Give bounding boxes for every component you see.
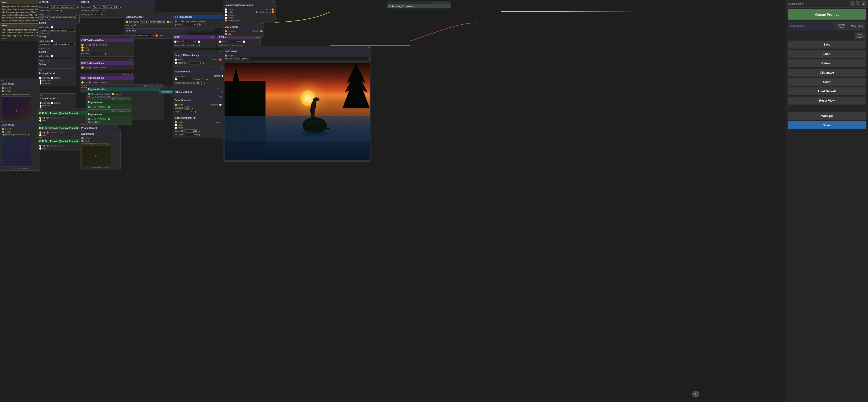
clear-button[interactable]: Clear [787, 78, 866, 86]
svg-point-2 [302, 130, 328, 137]
node-empty-latent: #27 EmptySD3LatentImage width LATENT bat… [173, 50, 223, 66]
node-vae-decode: #8 VAE Decode samples IMAGE vae [223, 22, 264, 37]
add-node-button[interactable]: + [692, 391, 699, 397]
load-image-56b-thumbnail: 🖼 [2, 137, 31, 166]
clipspace-button[interactable]: Clipspace [787, 68, 866, 76]
close-icon-btn[interactable]: ✕ [856, 1, 860, 6]
extra-options-container: Extra options Queue Front View Queue [787, 21, 866, 31]
main-buttons-container: Queue Prompt Extra options Queue Front V… [786, 7, 868, 131]
node-sampler-custom-advanced: #9 SamplerCustomAdvanced noise output gu… [223, 0, 276, 23]
node-save-image: #5 Save Image images filename_prefix Com… [223, 46, 371, 162]
settings-icon-btn[interactable]: ⚙ [850, 1, 855, 6]
node-load-image-57b: #57b Load Image IMAGE MASK clipspace/cli… [80, 129, 121, 170]
node-clip-positive-42: #42 CLIP Text Encode (Positive Prompt) c… [38, 108, 88, 123]
queue-prompt-button[interactable]: Queue Prompt [787, 9, 866, 20]
queue-size-label: Queue size: 0 [788, 2, 804, 5]
load-image-57b-thumbnail: 🖼 [81, 146, 111, 166]
save-image-preview [224, 63, 370, 161]
reset-view-button[interactable]: Reset View [787, 97, 866, 104]
queue-header: Queue size: 0 ⚙ ✕ ▲ [786, 0, 868, 7]
view-queue-button[interactable]: View Queue [850, 22, 865, 30]
load-button[interactable]: Load [787, 50, 866, 58]
manager-button[interactable]: Manager [787, 112, 866, 120]
extra-options-label: Extra options [789, 25, 804, 27]
node-string-49: #49 Easy-Use String value string A photo… [38, 18, 76, 33]
node-prompt-concat-65: #65 PromptConcat prompt1 prompt prompt2 … [38, 68, 76, 86]
save-button[interactable]: Save [787, 40, 866, 49]
node-anything-everywhere: #45 cg-use-everywhere Anything Everywher… [387, 1, 451, 8]
node-47-easy: #47 Easy-Use [38, 13, 76, 17]
node-flux-region-89: #89 FluxRegionAttention Region Mask mask… [87, 109, 132, 125]
svg-point-1 [313, 97, 319, 101]
node-clip-encode-46: #46 CLIPTextEncodeFlux clip CONDITIONING… [80, 35, 134, 57]
right-sidebar: Queue size: 0 ⚙ ✕ ▲ Queue Prompt Extra o… [785, 0, 868, 402]
node-clip-encode-44: #44 CLIPTextEncodeFlux clip CONDITIONING [80, 58, 134, 70]
node-load-image-56b: #56b Load Image IMAGE MASK clipspace/cli… [0, 120, 40, 171]
share-button[interactable]: Share [787, 121, 866, 129]
canvas-area[interactable]: MODEL lora_name flux1-dev-fp8-e4m3fn.saf… [0, 0, 785, 402]
swan-svg [294, 89, 335, 146]
node-width: width INT value 1376 control_after_gener… [173, 35, 216, 48]
load-default-button[interactable]: Load Default [787, 87, 866, 95]
node-random-noise: #25 RandomNoise noise_seed NOISE 7566786… [173, 66, 225, 86]
expand-icon-btn[interactable]: ▲ [861, 1, 866, 6]
queue-front-button[interactable]: Queue Front [834, 22, 849, 30]
node-model-sampling-flux: #16 ModelSamplingFlux model MODEL width … [173, 113, 228, 138]
refresh-button[interactable]: Refresh [787, 59, 866, 67]
node-string-51: #51 Easy-Use String value string A myste… [38, 31, 76, 47]
view-history-button[interactable]: View History [854, 32, 866, 39]
